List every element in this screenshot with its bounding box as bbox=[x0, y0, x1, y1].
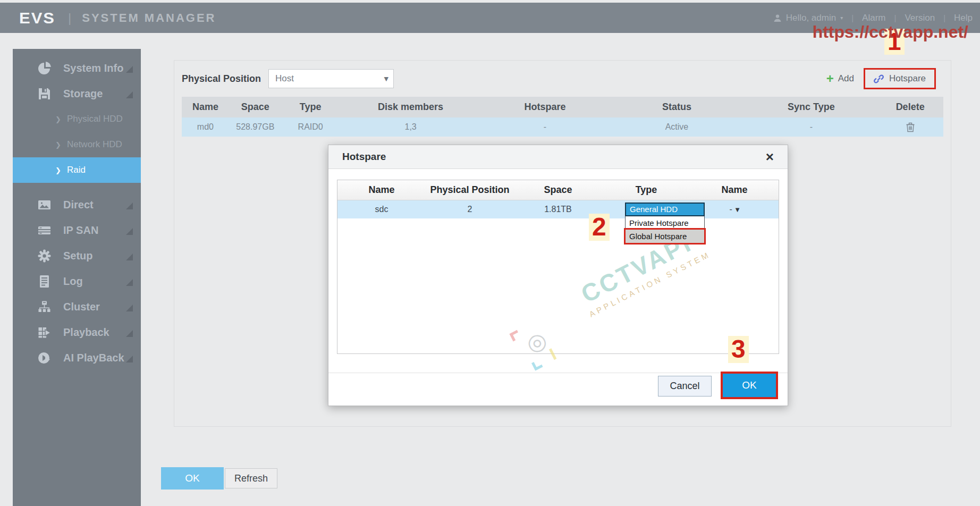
sidebar-item-label: Playback bbox=[63, 326, 109, 339]
storage-disk-icon bbox=[37, 87, 52, 101]
column-header: Status bbox=[608, 97, 745, 117]
step-annotation-3: 3 bbox=[728, 336, 749, 363]
sidebar-item-label: AI PlayBack bbox=[63, 352, 124, 364]
dialog-disk-table: Name Physical Position Space Type Name s… bbox=[337, 180, 779, 354]
collapse-triangle-icon bbox=[126, 356, 133, 362]
raid-toolbar: Physical Position Host ▼ + Add bbox=[182, 68, 936, 89]
column-header: Name bbox=[337, 180, 426, 200]
column-header: Physical Position bbox=[426, 180, 514, 200]
column-header: Type bbox=[282, 97, 340, 117]
alarm-link[interactable]: Alarm bbox=[862, 13, 885, 23]
menu-separator: | bbox=[851, 13, 854, 22]
sidebar-item-label: Cluster bbox=[63, 301, 100, 313]
sidebar-item-label: Log bbox=[63, 275, 83, 288]
sidebar-spacer bbox=[13, 183, 141, 192]
sidebar-item-physical-hdd[interactable]: ❯ Physical HDD bbox=[13, 106, 141, 132]
user-menu[interactable]: Hello, admin ▾ bbox=[773, 13, 843, 23]
cancel-button[interactable]: Cancel bbox=[658, 376, 712, 397]
type-dropdown-open: General HDD Private Hotspare Global Hots… bbox=[625, 203, 705, 243]
sidebar-item-raid[interactable]: ❯ Raid bbox=[13, 157, 141, 183]
collapse-triangle-icon bbox=[126, 228, 133, 235]
sidebar-item-system-info[interactable]: System Info bbox=[13, 55, 141, 81]
cell-type: RAID0 bbox=[282, 117, 340, 137]
link-icon bbox=[874, 74, 884, 84]
evs-logo: EVS bbox=[19, 9, 55, 27]
collapse-triangle-icon bbox=[126, 330, 133, 337]
user-icon bbox=[773, 14, 782, 22]
page-ok-button[interactable]: OK bbox=[161, 467, 224, 490]
physical-position-select[interactable]: Host ▼ bbox=[268, 69, 394, 88]
gear-icon bbox=[37, 249, 52, 263]
option-private-hotspare[interactable]: Private Hotspare bbox=[626, 216, 704, 230]
sidebar-item-label: Storage bbox=[63, 88, 103, 100]
user-greeting: Hello, admin bbox=[786, 13, 837, 23]
cell-name: md0 bbox=[182, 117, 229, 137]
hotspare-button-label: Hotspare bbox=[889, 73, 926, 84]
cell-space: 528.97GB bbox=[229, 117, 282, 137]
sidebar-item-network-hdd[interactable]: ❯ Network HDD bbox=[13, 132, 141, 157]
cell-disk-members: 1,3 bbox=[340, 117, 482, 137]
collapse-triangle-icon bbox=[126, 66, 133, 73]
hotspare-button[interactable]: Hotspare bbox=[865, 70, 934, 88]
collapse-triangle-icon bbox=[126, 279, 133, 286]
close-icon[interactable]: × bbox=[766, 150, 774, 164]
collapse-triangle-icon bbox=[126, 91, 133, 98]
document-icon bbox=[37, 274, 52, 289]
step-annotation-2: 2 bbox=[589, 214, 610, 241]
dialog-titlebar: Hotspare × bbox=[328, 145, 788, 169]
user-caret-icon: ▾ bbox=[840, 15, 843, 21]
name-select-value: - bbox=[729, 205, 732, 214]
add-button[interactable]: + Add bbox=[821, 69, 859, 88]
cell-delete bbox=[877, 117, 943, 137]
chevron-right-icon: ❯ bbox=[55, 141, 61, 149]
logo-divider: | bbox=[68, 11, 71, 26]
menu-separator: | bbox=[894, 13, 897, 22]
column-header: Name bbox=[182, 97, 229, 117]
sidebar-item-storage[interactable]: Storage bbox=[13, 81, 141, 106]
dialog-footer-divider bbox=[328, 373, 788, 373]
sidebar-item-label: Setup bbox=[63, 250, 93, 262]
system-manager-screen: EVS | SYSTEM MANAGER Hello, admin ▾ | Al… bbox=[0, 0, 980, 506]
toolbar-actions: + Add Hotspare bbox=[821, 68, 936, 89]
page-refresh-button[interactable]: Refresh bbox=[225, 468, 277, 488]
version-link[interactable]: Version bbox=[905, 13, 935, 23]
ai-playback-icon bbox=[37, 351, 52, 365]
sidebar-item-playback[interactable]: Playback bbox=[13, 319, 141, 345]
cell-physical-position: 2 bbox=[426, 200, 514, 218]
sidebar-item-log[interactable]: Log bbox=[13, 268, 141, 294]
physical-position-value: Host bbox=[275, 73, 294, 84]
dialog-table-header: Name Physical Position Space Type Name bbox=[337, 180, 779, 200]
column-header: Name bbox=[690, 180, 779, 200]
sidebar-subitem-label: Raid bbox=[67, 165, 86, 175]
cluster-icon bbox=[37, 300, 52, 314]
header-menu: Hello, admin ▾ | Alarm | Version | Help bbox=[773, 13, 973, 23]
url-watermark: https://cctvapp.net/ bbox=[813, 22, 968, 42]
physical-position-label: Physical Position bbox=[182, 73, 261, 85]
sidebar-item-ip-san[interactable]: IP SAN bbox=[13, 217, 141, 243]
chevron-right-icon: ❯ bbox=[55, 166, 61, 174]
watermark-bracket bbox=[531, 359, 543, 371]
app-title: SYSTEM MANAGER bbox=[82, 11, 216, 25]
type-dropdown-list: Private Hotspare Global Hotspare bbox=[625, 216, 705, 243]
sidebar-item-ai-playback[interactable]: AI PlayBack bbox=[13, 345, 141, 370]
help-link[interactable]: Help bbox=[954, 13, 973, 23]
type-dropdown-selected[interactable]: General HDD bbox=[625, 203, 705, 216]
chevron-down-icon: ▼ bbox=[736, 207, 740, 213]
sidebar-item-direct[interactable]: Direct bbox=[13, 192, 141, 217]
collapse-triangle-icon bbox=[126, 254, 133, 260]
pie-chart-icon bbox=[37, 61, 52, 75]
highlight-box-hotspare: Hotspare bbox=[864, 68, 936, 89]
column-header: Hotspare bbox=[482, 97, 609, 117]
column-header: Delete bbox=[877, 97, 943, 117]
option-global-hotspare[interactable]: Global Hotspare bbox=[626, 230, 704, 243]
sidebar-subitem-label: Network HDD bbox=[67, 139, 122, 150]
dialog-table-row: sdc 2 1.81TB - ▼ bbox=[337, 200, 779, 218]
dialog-ok-button[interactable]: OK bbox=[723, 374, 776, 397]
trash-icon[interactable] bbox=[906, 122, 915, 132]
menu-separator: | bbox=[943, 13, 945, 22]
column-header: Space bbox=[514, 180, 602, 200]
hotspare-dialog: Hotspare × ◎ CCTVAPP APPLICATION SYSTEM … bbox=[328, 145, 788, 406]
sidebar-item-setup[interactable]: Setup bbox=[13, 243, 141, 268]
add-button-label: Add bbox=[838, 73, 854, 84]
sidebar-item-cluster[interactable]: Cluster bbox=[13, 294, 141, 319]
